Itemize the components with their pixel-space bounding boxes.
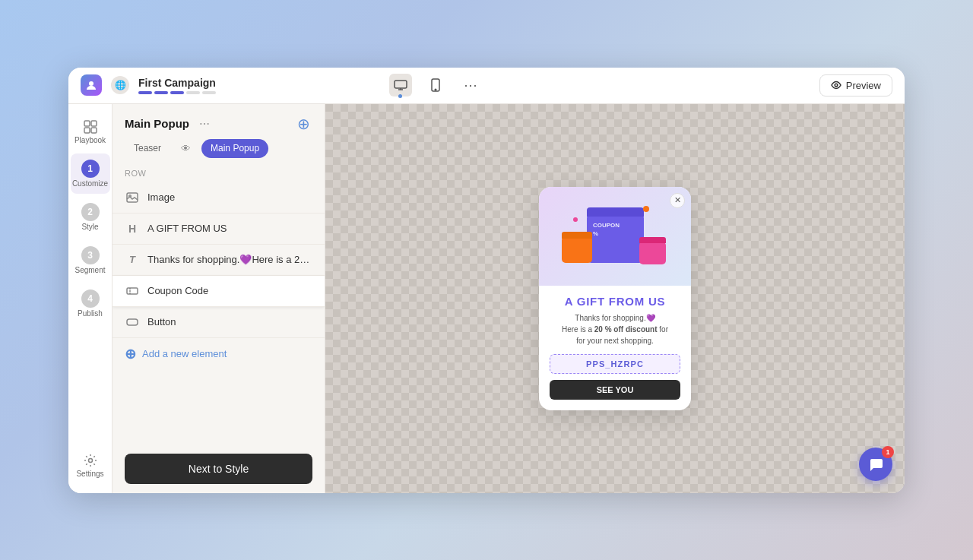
segment-number: 3 (81, 246, 100, 264)
main-content: Playbook 1 Customize 2 Style 3 Segment 4… (68, 104, 905, 493)
text-icon: T (125, 252, 140, 267)
svg-rect-5 (84, 121, 90, 126)
sidebar-segment-label: Segment (74, 266, 105, 274)
globe-icon: 🌐 (111, 76, 129, 94)
dot-pink (573, 217, 578, 222)
coupon-code-display: PPS_HZRPC (550, 354, 680, 374)
chat-bubble[interactable]: 1 (859, 448, 892, 481)
sidebar-customize-label: Customize (72, 179, 108, 188)
campaign-title: First Campaign (138, 77, 216, 89)
add-element-icon: ⊕ (125, 346, 136, 362)
preview-label: Preview (846, 80, 881, 91)
svg-rect-13 (127, 319, 138, 325)
svg-point-4 (835, 84, 838, 87)
more-options-button[interactable]: ⋯ (459, 74, 482, 96)
svg-rect-6 (91, 121, 97, 126)
chat-badge: 1 (882, 446, 894, 458)
mobile-view-button[interactable] (424, 74, 447, 96)
panel-add-button[interactable]: ⊕ (294, 115, 312, 133)
add-element-label: Add a new element (142, 348, 227, 359)
popup-card: ✕ A GIFT FROM US (539, 187, 691, 410)
progress-step-3 (170, 91, 184, 94)
progress-step-5 (202, 91, 216, 94)
element-list: Image H A GIFT FROM US T Thanks for shop… (113, 182, 325, 448)
app-window: 🌐 First Campaign (68, 68, 905, 493)
element-item-text[interactable]: T Thanks for shopping.💜Here is a 20 % of… (113, 245, 325, 276)
tab-main-popup[interactable]: Main Popup (201, 139, 268, 158)
row-label: ROW (113, 164, 325, 182)
popup-body: A GIFT FROM US Thanks for shopping.💜 Her… (539, 286, 691, 410)
element-label-coupon: Coupon Code (147, 285, 312, 296)
button-icon (125, 315, 140, 330)
sidebar-item-settings[interactable]: Settings (71, 447, 110, 484)
panel-title: Main Popup (125, 117, 189, 130)
dot-orange (643, 206, 649, 212)
element-label-text: Thanks for shopping.💜Here is a 20 % off … (147, 254, 312, 265)
tab-row: Teaser 👁 Main Popup (113, 139, 325, 164)
element-label-button: Button (147, 316, 312, 327)
svg-rect-12 (127, 288, 138, 294)
customize-number: 1 (81, 160, 100, 178)
heading-icon: H (125, 221, 140, 236)
progress-step-1 (138, 91, 152, 94)
svg-rect-7 (84, 128, 90, 133)
coupon-icon (125, 283, 140, 299)
popup-headline: A GIFT FROM US (550, 295, 680, 308)
sidebar-item-segment[interactable]: 3 Segment (71, 240, 110, 280)
svg-point-3 (435, 89, 436, 90)
top-bar: 🌐 First Campaign (68, 68, 905, 104)
progress-step-4 (186, 91, 200, 94)
element-label-image: Image (147, 191, 312, 203)
sidebar: Playbook 1 Customize 2 Style 3 Segment 4… (68, 104, 113, 493)
app-logo (81, 74, 102, 96)
see-you-button[interactable]: SEE YOU (550, 380, 680, 400)
sidebar-item-playbook[interactable]: Playbook (71, 113, 110, 150)
campaign-progress (138, 91, 216, 94)
popup-subtext: Thanks for shopping.💜 Here is a 20 % off… (550, 312, 680, 346)
popup-image (539, 187, 691, 286)
panel: Main Popup ⋯ ⊕ Teaser 👁 Main Popup ROW (113, 104, 325, 493)
svg-point-9 (88, 458, 92, 462)
device-switcher: ⋯ (389, 74, 482, 96)
svg-rect-8 (91, 128, 97, 133)
gift-illustration (558, 195, 672, 278)
sidebar-settings-label: Settings (76, 470, 103, 478)
popup-discount: 20 % off discount (594, 325, 658, 334)
element-item-image[interactable]: Image (113, 182, 325, 214)
element-item-button[interactable]: Button (113, 307, 325, 338)
next-to-style-button[interactable]: Next to Style (125, 454, 312, 484)
sidebar-item-publish[interactable]: 4 Publish (71, 283, 110, 324)
desktop-view-button[interactable] (389, 74, 412, 96)
sidebar-item-customize[interactable]: 1 Customize (71, 153, 110, 194)
panel-header: Main Popup ⋯ ⊕ (113, 104, 325, 139)
desktop-active-dot (398, 94, 402, 98)
popup-subtext-next: for your next shopping. (576, 337, 654, 345)
sidebar-item-style[interactable]: 2 Style (71, 197, 110, 237)
progress-step-2 (154, 91, 168, 94)
gift-box-main (587, 214, 644, 263)
svg-rect-1 (395, 81, 407, 88)
preview-button[interactable]: Preview (819, 74, 892, 96)
sidebar-playbook-label: Playbook (74, 136, 106, 144)
image-icon (125, 190, 140, 205)
panel-menu-button[interactable]: ⋯ (195, 115, 214, 133)
element-label-heading: A GIFT FROM US (147, 223, 312, 234)
popup-subtext-for: for (659, 325, 668, 334)
tab-teaser[interactable]: Teaser (125, 139, 170, 158)
sidebar-publish-label: Publish (78, 309, 103, 318)
popup-close-button[interactable]: ✕ (670, 193, 685, 208)
teaser-eye-button[interactable]: 👁 (176, 139, 195, 158)
style-number: 2 (81, 203, 100, 221)
popup-subtext-thanks: Thanks for shopping. (575, 314, 645, 322)
element-item-coupon[interactable]: Coupon Code (113, 276, 325, 307)
svg-point-0 (89, 81, 93, 86)
gift-box-right (639, 242, 666, 264)
popup-subtext-here: Here is a (562, 325, 592, 334)
gift-box-left (562, 236, 592, 263)
publish-number: 4 (81, 289, 100, 308)
add-element-row[interactable]: ⊕ Add a new element (113, 338, 325, 370)
sidebar-style-label: Style (81, 223, 98, 231)
element-item-heading[interactable]: H A GIFT FROM US (113, 214, 325, 245)
preview-area: ✕ A GIFT FROM US (325, 104, 905, 493)
